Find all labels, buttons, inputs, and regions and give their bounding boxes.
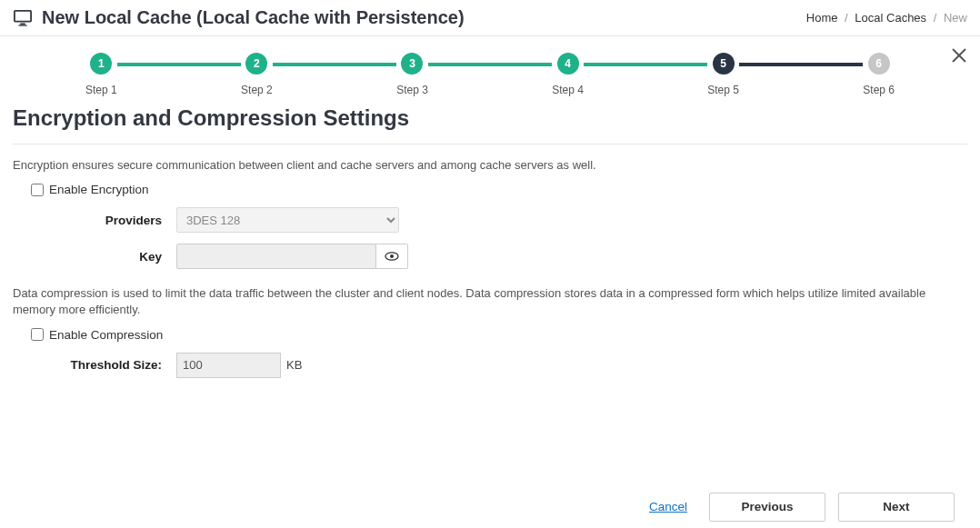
step-label: Step 2 xyxy=(241,84,273,96)
step-3[interactable]: 3Step 3 xyxy=(396,53,428,96)
step-5[interactable]: 5Step 5 xyxy=(707,53,739,96)
threshold-label: Threshold Size: xyxy=(13,358,176,372)
key-label: Key xyxy=(13,250,176,264)
enable-compression-checkbox[interactable] xyxy=(31,328,44,341)
step-circle: 1 xyxy=(90,53,112,75)
svg-point-6 xyxy=(390,254,394,258)
step-4[interactable]: 4Step 4 xyxy=(552,53,584,96)
breadcrumb: Home / Local Caches / New xyxy=(806,11,967,25)
step-2[interactable]: 2Step 2 xyxy=(241,53,273,96)
step-6[interactable]: 6Step 6 xyxy=(863,53,895,96)
enable-encryption-row[interactable]: Enable Encryption xyxy=(31,183,967,196)
step-label: Step 4 xyxy=(552,84,584,96)
step-connector xyxy=(273,63,396,66)
breadcrumb-current: New xyxy=(944,11,967,25)
step-connector xyxy=(117,63,241,66)
step-circle: 5 xyxy=(713,53,735,75)
page-title: New Local Cache (Local Cache with Persis… xyxy=(42,7,465,28)
enable-compression-label: Enable Compression xyxy=(49,328,163,342)
step-circle: 6 xyxy=(868,53,890,75)
svg-rect-2 xyxy=(18,25,26,25)
step-connector xyxy=(739,63,863,66)
cancel-button[interactable]: Cancel xyxy=(640,494,696,519)
close-icon xyxy=(951,47,967,64)
threshold-input[interactable] xyxy=(176,353,281,378)
wizard-footer: Cancel Previous Next xyxy=(13,478,967,528)
threshold-unit: KB xyxy=(286,358,302,372)
divider xyxy=(13,144,967,144)
breadcrumb-caches[interactable]: Local Caches xyxy=(855,11,926,25)
reveal-key-button[interactable] xyxy=(376,244,408,269)
section-title: Encryption and Compression Settings xyxy=(13,105,967,131)
previous-button[interactable]: Previous xyxy=(709,493,825,522)
next-button[interactable]: Next xyxy=(838,493,955,522)
step-connector xyxy=(584,63,707,66)
step-circle: 2 xyxy=(245,53,267,75)
wizard-stepper: 1Step 12Step 23Step 34Step 45Step 56Step… xyxy=(85,53,895,96)
eye-icon xyxy=(385,252,399,261)
step-connector xyxy=(428,63,552,66)
encryption-description: Encryption ensures secure communication … xyxy=(13,157,967,174)
close-button[interactable] xyxy=(951,47,967,64)
header-bar: New Local Cache (Local Cache with Persis… xyxy=(0,0,980,36)
step-1[interactable]: 1Step 1 xyxy=(85,53,117,96)
providers-select[interactable]: 3DES 128 xyxy=(176,207,399,233)
step-circle: 4 xyxy=(557,53,579,75)
enable-compression-row[interactable]: Enable Compression xyxy=(31,328,967,342)
breadcrumb-home[interactable]: Home xyxy=(806,11,838,25)
step-label: Step 6 xyxy=(863,84,895,96)
monitor-icon xyxy=(13,9,33,27)
svg-rect-1 xyxy=(20,23,25,25)
svg-rect-0 xyxy=(15,10,31,21)
enable-encryption-checkbox[interactable] xyxy=(31,184,44,196)
step-label: Step 1 xyxy=(85,84,117,96)
step-circle: 3 xyxy=(401,53,423,75)
step-label: Step 5 xyxy=(707,84,739,96)
compression-description: Data compression is used to limit the da… xyxy=(13,285,967,318)
providers-label: Providers xyxy=(13,214,176,227)
step-label: Step 3 xyxy=(396,84,428,96)
key-input[interactable] xyxy=(176,244,376,269)
enable-encryption-label: Enable Encryption xyxy=(49,183,149,196)
